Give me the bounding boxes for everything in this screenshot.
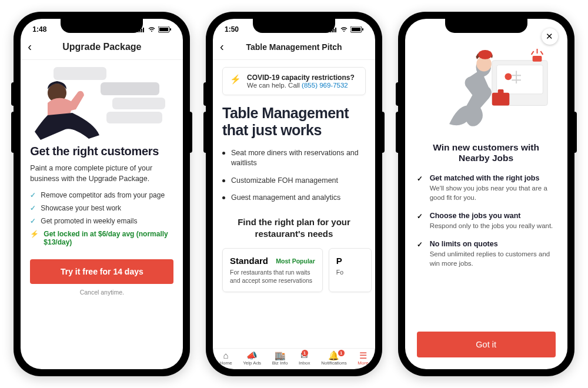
check-icon: ✓ bbox=[30, 204, 36, 212]
menu-icon: ☰ bbox=[359, 351, 367, 360]
svg-rect-5 bbox=[352, 28, 360, 31]
covid-banner[interactable]: ⚡ COVID-19 capacity restrictions? We can… bbox=[222, 67, 366, 95]
page-title: Table Management Pitch bbox=[232, 42, 356, 52]
wifi-icon bbox=[148, 26, 156, 32]
person-sitting bbox=[30, 76, 106, 141]
plan-tag: Most Popular bbox=[276, 257, 315, 265]
battery-icon bbox=[158, 26, 171, 33]
benefit-item: Choose the jobs you want Respond only to… bbox=[417, 212, 556, 230]
wifi-icon bbox=[340, 26, 348, 32]
cancel-note: Cancel anytime. bbox=[30, 289, 173, 296]
got-it-button[interactable]: Got it bbox=[417, 332, 556, 357]
feature-item: ✓Get promoted in weekly emails bbox=[30, 217, 173, 225]
illustration-person-ui bbox=[30, 65, 173, 141]
benefit-title: Choose the jobs you want bbox=[430, 212, 556, 220]
plan-desc: Fo bbox=[336, 268, 364, 276]
badge: 1 bbox=[338, 350, 345, 356]
bullet-item: Seat more diners with reservations and w… bbox=[222, 148, 366, 169]
status-time: 1:50 bbox=[225, 25, 239, 34]
benefit-desc: We'll show you jobs near you that are a … bbox=[430, 183, 556, 202]
phone-upgrade-package: 1:48 ‹ Upgrade Package bbox=[14, 12, 190, 376]
badge: 1 bbox=[302, 350, 308, 356]
svg-rect-1 bbox=[159, 28, 168, 31]
tab-biz-info[interactable]: 🏬Biz Info bbox=[272, 351, 288, 366]
page-title: Upgrade Package bbox=[39, 42, 164, 52]
plan-name: P bbox=[336, 256, 342, 266]
illustration-worker-running bbox=[417, 36, 556, 136]
phone-nearby-jobs: ✕ bbox=[398, 12, 574, 376]
home-icon: ⌂ bbox=[223, 351, 228, 360]
tab-bar: ⌂Home 📣Yelp Ads 🏬Biz Info ✉1Inbox 🔔1Noti… bbox=[213, 348, 375, 369]
headline: Table Management that just works bbox=[222, 105, 366, 139]
tab-yelp-ads[interactable]: 📣Yelp Ads bbox=[243, 351, 261, 366]
svg-point-9 bbox=[505, 73, 512, 80]
covid-sub: We can help. Call (855) 969-7532 bbox=[247, 82, 355, 89]
svg-rect-10 bbox=[532, 56, 542, 62]
plan-card-peek[interactable]: P Fo bbox=[329, 248, 372, 292]
phone-link[interactable]: (855) 969-7532 bbox=[302, 82, 348, 89]
promo-item: ⚡Get locked in at $6/day avg (normally $… bbox=[30, 230, 173, 246]
bolt-icon: ⚡ bbox=[30, 230, 39, 238]
plan-card-standard[interactable]: Standard Most Popular For restaurants th… bbox=[222, 248, 323, 292]
svg-rect-2 bbox=[170, 28, 171, 31]
check-icon: ✓ bbox=[30, 191, 36, 199]
try-free-button[interactable]: Try it free for 14 days bbox=[30, 259, 173, 284]
bullet-item: Customizable FOH management bbox=[222, 176, 366, 186]
megaphone-icon: 📣 bbox=[246, 351, 258, 360]
benefit-desc: Send unlimited replies to customers and … bbox=[430, 249, 556, 268]
headline: Get the right customers bbox=[30, 145, 173, 158]
benefit-title: Get matched with the right jobs bbox=[430, 174, 556, 182]
battery-icon bbox=[350, 26, 363, 33]
tab-inbox[interactable]: ✉1Inbox bbox=[299, 351, 310, 366]
tab-more[interactable]: ☰More bbox=[358, 351, 368, 366]
plan-card-scroller[interactable]: Standard Most Popular For restaurants th… bbox=[222, 248, 366, 292]
headline: Win new customers with Nearby Jobs bbox=[417, 142, 556, 163]
status-time: 1:48 bbox=[32, 25, 46, 34]
back-button[interactable]: ‹ bbox=[28, 40, 39, 53]
svg-rect-12 bbox=[492, 93, 509, 106]
feature-item: ✓Showcase your best work bbox=[30, 204, 173, 212]
check-icon: ✓ bbox=[30, 217, 36, 225]
benefit-title: No limits on quotes bbox=[430, 240, 556, 248]
sub-text: Paint a more complete picture of your bu… bbox=[30, 163, 173, 184]
plan-heading: Find the right plan for your restaurant'… bbox=[222, 216, 366, 240]
phone-table-management: 1:50 ‹ Table Management Pitch ⚡ COVID-19… bbox=[206, 12, 382, 376]
benefit-desc: Respond only to the jobs you really want… bbox=[430, 221, 556, 230]
close-button[interactable]: ✕ bbox=[542, 28, 558, 45]
back-button[interactable]: ‹ bbox=[220, 40, 232, 53]
plan-name: Standard bbox=[230, 256, 268, 266]
benefit-item: No limits on quotes Send unlimited repli… bbox=[417, 240, 556, 268]
storefront-icon: 🏬 bbox=[275, 351, 286, 360]
tab-home[interactable]: ⌂Home bbox=[219, 351, 232, 366]
benefit-item: Get matched with the right jobs We'll sh… bbox=[417, 174, 556, 202]
svg-rect-13 bbox=[497, 89, 503, 94]
tab-notifications[interactable]: 🔔1Notifications bbox=[321, 351, 347, 366]
bullet-item: Guest management and analytics bbox=[222, 193, 366, 203]
svg-rect-6 bbox=[362, 28, 363, 31]
plan-desc: For restaurants that run waits and accep… bbox=[230, 268, 315, 285]
covid-title: COVID-19 capacity restrictions? bbox=[247, 73, 355, 82]
feature-item: ✓Remove competitor ads from your page bbox=[30, 191, 173, 199]
bolt-icon: ⚡ bbox=[230, 74, 241, 85]
